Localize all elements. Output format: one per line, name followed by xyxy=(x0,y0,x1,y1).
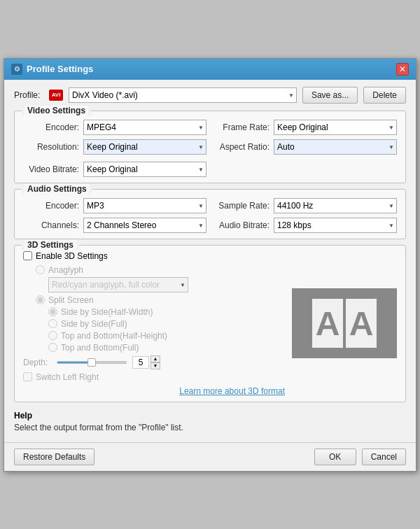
split-option2-radio[interactable] xyxy=(48,319,57,328)
anaglyph-select-wrapper: Red/cyan anaglyph, full color xyxy=(48,277,188,292)
encoder-select-wrapper: MPEG4 xyxy=(83,120,206,135)
split-screen-label[interactable]: Split Screen xyxy=(48,295,94,305)
resolution-select[interactable]: Keep Original xyxy=(83,139,206,155)
profile-format-icon: AVI xyxy=(49,90,63,101)
profile-select[interactable]: DivX Video (*.avi) xyxy=(69,87,297,103)
delete-button[interactable]: Delete xyxy=(363,87,406,104)
ok-button[interactable]: OK xyxy=(314,449,356,465)
aspect-ratio-select[interactable]: Auto xyxy=(274,139,397,155)
split-option1-label[interactable]: Side by Side(Half-Width) xyxy=(61,307,153,317)
split-option1-row: Side by Side(Half-Width) xyxy=(48,307,285,317)
split-option3-label[interactable]: Top and Bottom(Half-Height) xyxy=(61,331,167,341)
help-title: Help xyxy=(14,411,406,421)
aa-preview-box: A A xyxy=(292,288,397,358)
audio-bitrate-select[interactable]: 128 kbps xyxy=(274,218,397,233)
video-bitrate-select[interactable]: Keep Original xyxy=(83,162,206,177)
channels-select[interactable]: 2 Channels Stereo xyxy=(83,218,206,233)
aspect-ratio-label: Aspect Ratio: xyxy=(214,142,270,152)
split-option2-label[interactable]: Side by Side(Full) xyxy=(61,319,127,329)
encoder-row: Encoder: MPEG4 xyxy=(23,120,206,135)
cancel-button[interactable]: Cancel xyxy=(362,449,406,465)
enable-3d-checkbox[interactable] xyxy=(23,251,32,260)
footer-right: OK Cancel xyxy=(314,449,406,465)
depth-label: Depth: xyxy=(23,358,51,367)
depth-slider-thumb xyxy=(88,358,96,367)
frame-rate-select[interactable]: Keep Original xyxy=(274,120,397,135)
audio-settings-grid: Encoder: MP3 Sample Rate: 44100 Hz xyxy=(23,198,397,233)
channels-label: Channels: xyxy=(23,220,79,230)
profile-label: Profile: xyxy=(14,90,43,100)
aa-letter-2: A xyxy=(346,299,377,348)
video-settings-grid: Encoder: MPEG4 Frame Rate: Keep Original xyxy=(23,120,397,177)
learn-more-link[interactable]: Learn more about 3D format xyxy=(23,386,285,396)
sample-rate-select-wrapper: 44100 Hz xyxy=(274,198,397,213)
split-option3-radio[interactable] xyxy=(48,331,57,340)
sample-rate-row: Sample Rate: 44100 Hz xyxy=(214,198,397,213)
split-screen-row: Split Screen xyxy=(36,295,285,305)
enable-3d-label[interactable]: Enable 3D Settings xyxy=(36,251,108,261)
anaglyph-radio[interactable] xyxy=(36,265,45,274)
frame-rate-select-wrapper: Keep Original xyxy=(274,120,397,135)
depth-slider-fill xyxy=(57,362,92,363)
video-settings-title: Video Settings xyxy=(22,106,91,115)
settings-3d-body: Enable 3D Settings Anaglyph Red/cyan ana… xyxy=(23,251,397,396)
video-bitrate-label: Video Bitrate: xyxy=(23,164,79,174)
audio-bitrate-label: Audio Bitrate: xyxy=(214,220,270,230)
depth-row: Depth: ▲ ▼ xyxy=(23,355,285,369)
profile-select-wrapper: DivX Video (*.avi) xyxy=(69,87,297,103)
audio-settings-section: Audio Settings Encoder: MP3 Sample Rate: xyxy=(14,189,406,239)
channels-row: Channels: 2 Channels Stereo xyxy=(23,218,206,233)
video-bitrate-select-wrapper: Keep Original xyxy=(83,162,206,177)
settings-3d-section: 3D Settings Enable 3D Settings Anaglyph xyxy=(14,245,406,402)
split-option4-label[interactable]: Top and Bottom(Full) xyxy=(61,343,139,353)
anaglyph-select-wrapper-outer: Red/cyan anaglyph, full color xyxy=(48,277,285,292)
3d-preview-panel: A A xyxy=(292,251,397,396)
help-text: Select the output format from the "Profi… xyxy=(14,423,406,432)
audio-encoder-select[interactable]: MP3 xyxy=(83,198,206,213)
depth-up-arrow[interactable]: ▲ xyxy=(150,355,160,362)
resolution-select-wrapper: Keep Original xyxy=(83,139,206,155)
split-option1-radio[interactable] xyxy=(48,307,57,316)
save-as-button[interactable]: Save as... xyxy=(302,87,358,104)
split-option2-row: Side by Side(Full) xyxy=(48,319,285,329)
audio-bitrate-select-wrapper: 128 kbps xyxy=(274,218,397,233)
dialog-body: Profile: AVI DivX Video (*.avi) Save as.… xyxy=(4,80,416,442)
channels-select-wrapper: 2 Channels Stereo xyxy=(83,218,206,233)
resolution-label: Resolution: xyxy=(23,142,79,152)
anaglyph-label[interactable]: Anaglyph xyxy=(48,265,83,275)
profile-row: Profile: AVI DivX Video (*.avi) Save as.… xyxy=(14,87,406,104)
dialog-icon: ⚙ xyxy=(11,64,22,75)
split-option3-row: Top and Bottom(Half-Height) xyxy=(48,331,285,341)
resolution-row: Resolution: Keep Original xyxy=(23,139,206,155)
help-section: Help Select the output format from the "… xyxy=(14,408,406,435)
close-button[interactable]: ✕ xyxy=(396,63,409,76)
dialog-title: Profile Settings xyxy=(27,64,93,74)
depth-value-input: ▲ ▼ xyxy=(132,355,160,369)
encoder-select[interactable]: MPEG4 xyxy=(83,120,206,135)
depth-number-input[interactable] xyxy=(132,356,149,369)
sample-rate-select[interactable]: 44100 Hz xyxy=(274,198,397,213)
settings-3d-title: 3D Settings xyxy=(22,240,79,250)
encoder-label: Encoder: xyxy=(23,122,79,132)
switch-left-right-label[interactable]: Switch Left Right xyxy=(36,372,99,382)
dialog-footer: Restore Defaults OK Cancel xyxy=(4,442,416,471)
video-settings-section: Video Settings Encoder: MPEG4 Frame Rate… xyxy=(14,111,406,183)
audio-encoder-row: Encoder: MP3 xyxy=(23,198,206,213)
frame-rate-label: Frame Rate: xyxy=(214,122,270,132)
sample-rate-label: Sample Rate: xyxy=(214,201,270,211)
depth-down-arrow[interactable]: ▼ xyxy=(150,362,160,369)
restore-defaults-button[interactable]: Restore Defaults xyxy=(14,449,94,465)
depth-slider[interactable] xyxy=(57,361,127,364)
anaglyph-row: Anaglyph xyxy=(36,265,285,275)
split-option4-radio[interactable] xyxy=(48,343,57,352)
enable-3d-row: Enable 3D Settings xyxy=(23,251,285,261)
video-bitrate-row: Video Bitrate: Keep Original xyxy=(23,162,206,177)
audio-settings-title: Audio Settings xyxy=(22,184,92,194)
aspect-ratio-row: Aspect Ratio: Auto xyxy=(214,139,397,155)
switch-left-right-checkbox[interactable] xyxy=(23,372,32,381)
split-screen-radio[interactable] xyxy=(36,295,45,304)
split-option4-row: Top and Bottom(Full) xyxy=(48,343,285,353)
aa-letter-1: A xyxy=(312,299,343,348)
anaglyph-select[interactable]: Red/cyan anaglyph, full color xyxy=(48,277,188,292)
title-bar-left: ⚙ Profile Settings xyxy=(11,64,93,75)
